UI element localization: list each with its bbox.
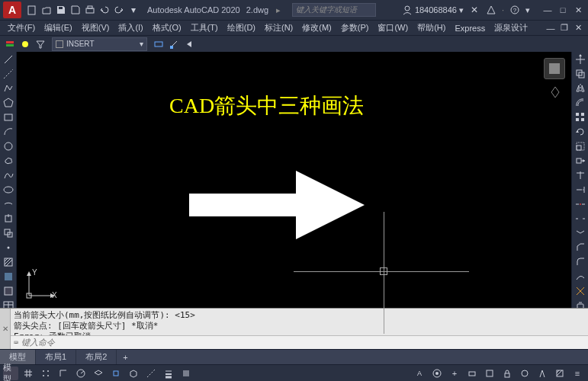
fillet-tool[interactable] [574,256,587,268]
help-dropdown-icon[interactable]: ▾ [525,5,530,15]
maximize-button[interactable]: □ [556,4,570,16]
polygon-tool[interactable] [2,97,15,109]
customize-statusbar[interactable]: ≡ [570,367,585,380]
nav-wheel-icon[interactable] [548,85,562,99]
stretch-tool[interactable] [574,155,587,167]
help-search-input[interactable]: 键入关键字或短语 [292,3,376,17]
lineweight-toggle[interactable] [161,367,176,380]
app-logo[interactable]: A [3,2,21,18]
arc-tool[interactable] [2,126,15,138]
construction-line-tool[interactable] [2,68,15,80]
polar-toggle[interactable] [73,367,88,380]
annotation-monitor[interactable]: + [447,367,462,380]
isolate-objects[interactable] [517,367,532,380]
break-at-point-tool[interactable] [574,198,587,210]
help-icon[interactable]: ? [509,4,521,16]
extend-tool[interactable] [574,184,587,196]
layer-state-icon[interactable] [18,37,32,51]
redo-icon[interactable] [113,4,125,16]
saveas-icon[interactable] [69,4,82,16]
menu-help[interactable]: 帮助(H) [413,22,450,34]
menu-edit[interactable]: 编辑(E) [40,22,77,34]
mirror-tool[interactable] [574,82,587,94]
menu-insert[interactable]: 插入(I) [114,22,147,34]
quick-properties[interactable] [482,367,497,380]
scale-tool[interactable] [574,140,587,152]
new-icon[interactable] [26,4,38,16]
clean-screen[interactable] [552,367,567,380]
osnap-toggle[interactable] [108,367,124,380]
open-icon[interactable] [40,4,53,16]
plot-icon[interactable] [84,4,96,16]
tab-layout1[interactable]: 布局1 [36,350,76,364]
insert-block-tool[interactable] [2,213,15,225]
ellipse-arc-tool[interactable] [2,198,15,210]
drawing-canvas[interactable]: CAD箭头中三种画法 Y X [17,52,571,308]
save-icon[interactable] [55,4,67,16]
lock-ui[interactable] [500,367,515,380]
spline-tool[interactable] [2,169,15,181]
tab-add-button[interactable]: + [117,353,133,362]
move-tool[interactable] [574,53,587,66]
menu-parametric[interactable]: 参数(P) [336,22,374,34]
inner-minimize-button[interactable]: — [544,22,557,34]
layer-previous-icon[interactable] [182,37,196,51]
trim-tool[interactable] [574,169,587,181]
layer-properties-icon[interactable] [3,37,17,51]
transparency-toggle[interactable] [178,367,194,380]
snap-toggle[interactable] [38,367,53,380]
search-chevron-icon[interactable]: ▸ [276,5,281,15]
break-tool[interactable] [574,213,587,225]
rectangle-tool[interactable] [2,111,15,123]
point-tool[interactable] [2,242,15,254]
gradient-tool[interactable] [2,271,15,283]
autodesk-app-icon[interactable] [485,4,497,16]
polyline-tool[interactable] [2,82,15,94]
array-tool[interactable] [574,111,587,123]
menu-tools[interactable]: 工具(T) [186,22,223,34]
annotation-scale[interactable]: A [412,367,427,380]
menu-express[interactable]: Express [450,24,490,33]
menu-draw[interactable]: 绘图(D) [223,22,260,34]
qat-dropdown[interactable]: ▾ [127,4,140,16]
menu-window[interactable]: 窗口(W) [373,22,413,34]
menu-dimension[interactable]: 标注(N) [260,22,297,34]
explode-tool[interactable] [574,285,587,297]
inner-restore-button[interactable]: ❐ [557,22,571,34]
menu-modify[interactable]: 修改(M) [297,22,336,34]
join-tool[interactable] [574,227,587,239]
user-account[interactable]: 184068846 ▾ [402,5,464,15]
hatch-tool[interactable] [2,256,15,268]
chamfer-tool[interactable] [574,242,587,254]
inner-close-button[interactable]: ✕ [571,22,585,34]
3dosnap-toggle[interactable] [126,367,141,380]
menu-format[interactable]: 格式(O) [148,22,186,34]
command-handle[interactable]: ✕ [0,309,11,349]
layer-filter-icon[interactable] [34,37,47,51]
exchange-icon[interactable]: ✕ [468,4,480,16]
line-tool[interactable] [2,53,15,66]
make-current-icon[interactable] [152,37,165,51]
ortho-toggle[interactable] [56,367,71,380]
close-button[interactable]: ✕ [571,4,585,16]
layer-match-icon[interactable] [167,37,181,51]
copy-tool[interactable] [574,68,587,80]
blend-tool[interactable] [574,271,587,283]
workspace-switch[interactable] [429,367,445,380]
isodraft-toggle[interactable] [91,367,106,380]
otrack-toggle[interactable] [143,367,159,380]
make-block-tool[interactable] [2,227,15,239]
rotate-tool[interactable] [574,126,587,138]
undo-icon[interactable] [98,4,111,16]
tab-layout2[interactable]: 布局2 [76,350,117,364]
viewcube[interactable] [544,58,565,79]
offset-tool[interactable] [574,97,587,109]
model-space-button[interactable]: 模型 [3,367,18,380]
command-input[interactable] [21,338,585,347]
command-history[interactable]: 当前箭头大小(mm,按图纸比例自动调节): <15> 箭头尖点: [回车改箭头尺… [11,309,588,335]
layer-dropdown[interactable]: INSERT ▾ [52,37,147,51]
grid-toggle[interactable] [21,367,36,380]
units-toggle[interactable] [464,367,480,380]
menu-yuanquan[interactable]: 源泉设计 [490,22,532,34]
ellipse-tool[interactable] [2,184,15,196]
